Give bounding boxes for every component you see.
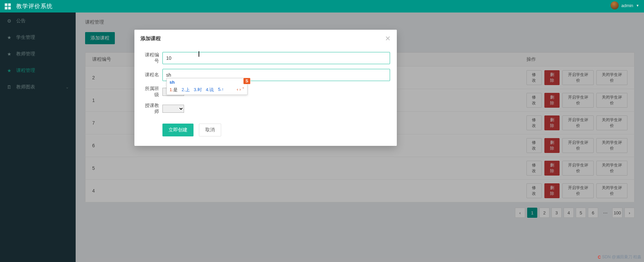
- select-teacher[interactable]: [162, 105, 184, 113]
- avatar: [611, 1, 619, 9]
- label-class: 所属班级: [141, 86, 162, 98]
- app-title: 教学评价系统: [16, 2, 53, 10]
- watermark: C SDN @濑田乗刀 程鑫: [598, 254, 641, 260]
- modal-actions: 立即创建 取消: [134, 124, 397, 136]
- ime-cand-5[interactable]: 5.↑: [218, 87, 224, 93]
- sogou-icon: S: [243, 78, 251, 84]
- label-teacher: 授课教师: [141, 103, 162, 115]
- cancel-button[interactable]: 取消: [199, 124, 221, 136]
- create-button[interactable]: 立即创建: [162, 124, 194, 136]
- label-course-name: 课程名: [141, 72, 162, 78]
- ime-cand-4[interactable]: 4.说: [206, 87, 214, 93]
- row-teacher: 授课教师: [134, 103, 397, 115]
- text-cursor-icon: [199, 51, 199, 57]
- label-course-no: 课程编号: [141, 52, 162, 64]
- row-course-no: 课程编号: [134, 52, 397, 64]
- watermark-text: SDN @濑田乗刀 程鑫: [602, 254, 641, 260]
- apps-icon[interactable]: [5, 3, 11, 9]
- user-name: admin: [621, 3, 633, 8]
- caret-down-icon: ▼: [636, 4, 639, 7]
- ime-cand-2[interactable]: 2.上: [182, 87, 190, 93]
- input-course-no[interactable]: [162, 52, 390, 64]
- ime-popup[interactable]: S sh 1.是 2.上 3.时 4.说 5.↑ ‹ › ˅: [166, 78, 248, 95]
- ime-nav[interactable]: ‹ › ˅: [237, 87, 244, 93]
- ime-cand-3[interactable]: 3.时: [194, 87, 202, 93]
- ime-typed: sh: [167, 78, 247, 86]
- modal-title: 添加课程: [140, 35, 161, 42]
- modal-header: 添加课程 ✕: [134, 34, 397, 47]
- ime-cand-1[interactable]: 1.是: [170, 87, 178, 93]
- csdn-icon: C: [598, 255, 601, 260]
- close-icon[interactable]: ✕: [385, 34, 391, 43]
- user-menu[interactable]: admin ▼: [611, 1, 639, 9]
- ime-candidates: 1.是 2.上 3.时 4.说 5.↑ ‹ › ˅: [167, 86, 247, 95]
- app-header: 教学评价系统 admin ▼: [0, 0, 644, 12]
